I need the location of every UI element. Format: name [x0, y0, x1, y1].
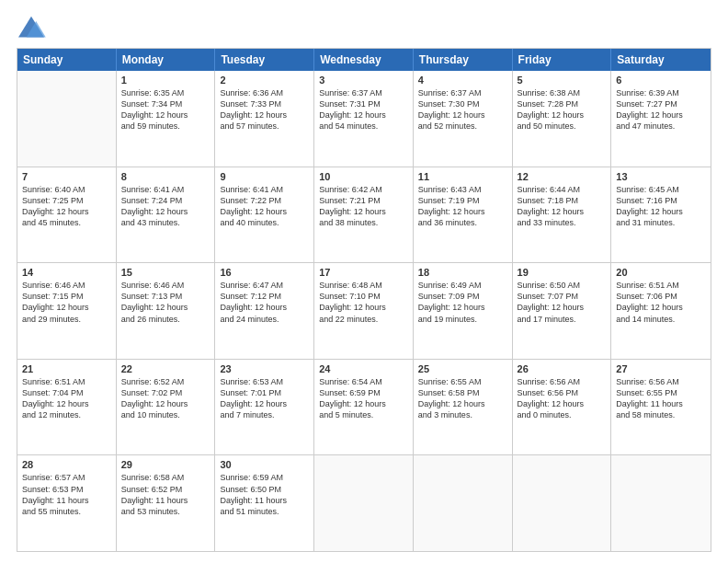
cell-info-line: Sunset: 7:21 PM — [319, 195, 408, 206]
day-number: 11 — [418, 171, 507, 182]
calendar-cell-5-6 — [513, 455, 612, 551]
header-day-thursday: Thursday — [414, 49, 513, 71]
calendar-cell-2-2: 8Sunrise: 6:41 AMSunset: 7:24 PMDaylight… — [117, 167, 216, 263]
header-day-wednesday: Wednesday — [314, 49, 414, 71]
cell-info-line: Daylight: 12 hours — [121, 109, 210, 121]
day-number: 26 — [518, 363, 607, 374]
cell-info-line: and 58 minutes. — [616, 409, 706, 420]
cell-info-line: Sunset: 7:13 PM — [121, 291, 210, 302]
cell-info-line: Daylight: 12 hours — [518, 109, 607, 121]
cell-info-line: Sunset: 7:33 PM — [220, 98, 309, 109]
calendar-cell-1-2: 1Sunrise: 6:35 AMSunset: 7:34 PMDaylight… — [117, 71, 216, 167]
cell-info-line: Sunset: 7:24 PM — [121, 195, 210, 206]
cell-info-line: and 19 minutes. — [418, 314, 507, 325]
calendar-cell-3-3: 16Sunrise: 6:47 AMSunset: 7:12 PMDayligh… — [215, 263, 314, 359]
calendar-cell-2-5: 11Sunrise: 6:43 AMSunset: 7:19 PMDayligh… — [414, 167, 513, 263]
day-number: 15 — [121, 267, 210, 278]
cell-info-line: Daylight: 12 hours — [220, 398, 309, 409]
cell-info-line: and 40 minutes. — [220, 217, 309, 228]
cell-info-line: Sunrise: 6:37 AM — [418, 87, 507, 98]
cell-info-line: Sunrise: 6:38 AM — [518, 87, 607, 98]
day-number: 18 — [418, 267, 507, 278]
cell-info-line: Sunset: 7:22 PM — [220, 195, 309, 206]
cell-info-line: and 38 minutes. — [319, 217, 408, 228]
header-day-tuesday: Tuesday — [215, 49, 314, 71]
day-number: 21 — [22, 363, 111, 374]
cell-info-line: Sunset: 7:12 PM — [220, 291, 309, 302]
day-number: 5 — [518, 75, 607, 86]
day-number: 10 — [319, 171, 408, 182]
calendar-cell-3-4: 17Sunrise: 6:48 AMSunset: 7:10 PMDayligh… — [314, 263, 414, 359]
cell-info-line: Daylight: 12 hours — [22, 302, 111, 313]
cell-info-line: Sunrise: 6:49 AM — [418, 280, 507, 291]
cell-info-line: Sunrise: 6:54 AM — [319, 376, 408, 387]
cell-info-line: Sunset: 6:50 PM — [220, 484, 309, 495]
cell-info-line: Daylight: 12 hours — [121, 302, 210, 313]
calendar-week-2: 7Sunrise: 6:40 AMSunset: 7:25 PMDaylight… — [17, 167, 711, 264]
cell-info-line: Sunset: 7:04 PM — [22, 387, 111, 398]
calendar-week-3: 14Sunrise: 6:46 AMSunset: 7:15 PMDayligh… — [17, 263, 711, 360]
cell-info-line: Sunset: 7:28 PM — [518, 98, 607, 109]
cell-info-line: and 36 minutes. — [418, 217, 507, 228]
day-number: 17 — [319, 267, 408, 278]
cell-info-line: Sunrise: 6:43 AM — [418, 184, 507, 195]
cell-info-line: Sunrise: 6:55 AM — [418, 376, 507, 387]
day-number: 23 — [220, 363, 309, 374]
cell-info-line: and 17 minutes. — [518, 314, 607, 325]
cell-info-line: Daylight: 12 hours — [616, 109, 706, 121]
day-number: 7 — [22, 171, 111, 182]
cell-info-line: Daylight: 12 hours — [22, 206, 111, 217]
page: SundayMondayTuesdayWednesdayThursdayFrid… — [0, 0, 728, 563]
cell-info-line: Sunrise: 6:40 AM — [22, 184, 111, 195]
calendar-cell-1-5: 4Sunrise: 6:37 AMSunset: 7:30 PMDaylight… — [414, 71, 513, 167]
cell-info-line: Sunset: 6:52 PM — [121, 484, 210, 495]
cell-info-line: and 3 minutes. — [418, 409, 507, 420]
cell-info-line: Sunset: 6:59 PM — [319, 387, 408, 398]
calendar-cell-4-1: 21Sunrise: 6:51 AMSunset: 7:04 PMDayligh… — [17, 360, 117, 455]
cell-info-line: Sunrise: 6:58 AM — [121, 472, 210, 483]
cell-info-line: and 45 minutes. — [22, 217, 111, 228]
calendar-cell-4-4: 24Sunrise: 6:54 AMSunset: 6:59 PMDayligh… — [314, 360, 414, 455]
cell-info-line: Daylight: 12 hours — [220, 302, 309, 313]
cell-info-line: Daylight: 12 hours — [319, 206, 408, 217]
cell-info-line: Daylight: 12 hours — [418, 109, 507, 121]
calendar-cell-4-2: 22Sunrise: 6:52 AMSunset: 7:02 PMDayligh… — [117, 360, 216, 455]
calendar-cell-1-6: 5Sunrise: 6:38 AMSunset: 7:28 PMDaylight… — [513, 71, 612, 167]
cell-info-line: and 0 minutes. — [518, 409, 607, 420]
cell-info-line: Daylight: 12 hours — [319, 109, 408, 121]
cell-info-line: and 55 minutes. — [22, 506, 111, 517]
cell-info-line: Sunrise: 6:48 AM — [319, 280, 408, 291]
calendar-cell-1-1 — [17, 71, 117, 167]
cell-info-line: Daylight: 12 hours — [518, 206, 607, 217]
day-number: 20 — [616, 267, 706, 278]
calendar-cell-1-7: 6Sunrise: 6:39 AMSunset: 7:27 PMDaylight… — [611, 71, 711, 167]
cell-info-line: and 57 minutes. — [220, 121, 309, 132]
calendar-cell-1-3: 2Sunrise: 6:36 AMSunset: 7:33 PMDaylight… — [215, 71, 314, 167]
cell-info-line: and 14 minutes. — [616, 314, 706, 325]
day-number: 6 — [616, 75, 706, 86]
day-number: 3 — [319, 75, 408, 86]
cell-info-line: Daylight: 12 hours — [319, 398, 408, 409]
cell-info-line: and 33 minutes. — [518, 217, 607, 228]
cell-info-line: Daylight: 12 hours — [319, 302, 408, 313]
calendar-cell-2-4: 10Sunrise: 6:42 AMSunset: 7:21 PMDayligh… — [314, 167, 414, 263]
cell-info-line: Daylight: 12 hours — [418, 302, 507, 313]
calendar-week-5: 28Sunrise: 6:57 AMSunset: 6:53 PMDayligh… — [17, 455, 711, 551]
cell-info-line: and 51 minutes. — [220, 506, 309, 517]
cell-info-line: Sunrise: 6:56 AM — [518, 376, 607, 387]
cell-info-line: Sunset: 7:02 PM — [121, 387, 210, 398]
cell-info-line: and 47 minutes. — [616, 121, 706, 132]
cell-info-line: Sunrise: 6:52 AM — [121, 376, 210, 387]
cell-info-line: Sunset: 7:16 PM — [616, 195, 706, 206]
day-number: 27 — [616, 363, 706, 374]
calendar-cell-2-6: 12Sunrise: 6:44 AMSunset: 7:18 PMDayligh… — [513, 167, 612, 263]
cell-info-line: and 59 minutes. — [121, 121, 210, 132]
cell-info-line: Sunset: 7:01 PM — [220, 387, 309, 398]
calendar-cell-5-3: 30Sunrise: 6:59 AMSunset: 6:50 PMDayligh… — [215, 455, 314, 551]
cell-info-line: Sunrise: 6:57 AM — [22, 472, 111, 483]
cell-info-line: and 43 minutes. — [121, 217, 210, 228]
cell-info-line: Daylight: 12 hours — [121, 398, 210, 409]
calendar-cell-1-4: 3Sunrise: 6:37 AMSunset: 7:31 PMDaylight… — [314, 71, 414, 167]
cell-info-line: Sunrise: 6:53 AM — [220, 376, 309, 387]
day-number: 29 — [121, 459, 210, 470]
